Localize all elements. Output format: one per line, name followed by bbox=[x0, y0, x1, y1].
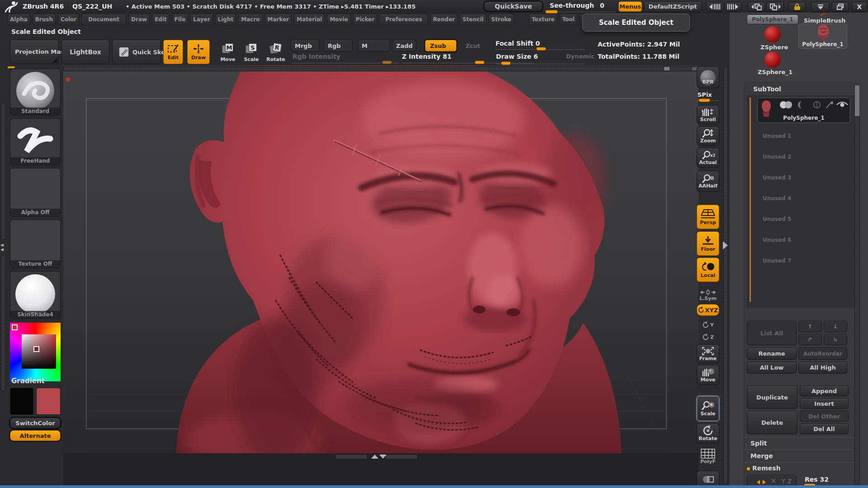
menu-macro[interactable]: Macro bbox=[238, 14, 262, 25]
hue-cursor[interactable] bbox=[12, 324, 18, 330]
quicksave-button[interactable]: QuickSave bbox=[484, 1, 542, 11]
sv-cursor[interactable] bbox=[33, 346, 39, 352]
delete-button[interactable]: Delete bbox=[747, 411, 797, 434]
minimize-button[interactable] bbox=[811, 2, 830, 12]
left-edge-strip-upper[interactable] bbox=[1, 104, 5, 239]
right-panel-scroll-thumb[interactable] bbox=[854, 85, 860, 117]
lsym-button[interactable]: L.Sym bbox=[697, 287, 719, 303]
rotate-z-button[interactable]: Z bbox=[697, 331, 719, 343]
shelf-scale-button[interactable]: Scale bbox=[697, 396, 719, 421]
simplebrush-slot[interactable]: SimpleBrush bbox=[804, 17, 846, 24]
merge-section[interactable]: Merge bbox=[750, 452, 773, 460]
z-intensity-handle[interactable] bbox=[475, 61, 485, 64]
persp-button[interactable]: Persp bbox=[697, 205, 719, 229]
floor-button[interactable]: Floor bbox=[697, 231, 719, 256]
focal-shift-handle[interactable] bbox=[536, 47, 546, 51]
split-section[interactable]: Split bbox=[750, 440, 767, 447]
material-thumbnail[interactable]: SkinShade4 bbox=[10, 271, 61, 319]
frame-button[interactable]: Frame bbox=[697, 344, 719, 363]
menu-picker[interactable]: Picker bbox=[353, 14, 377, 25]
subtool-down-button[interactable]: ↓ bbox=[824, 321, 847, 332]
edit-button[interactable]: Edit bbox=[163, 40, 183, 64]
main-color-swatch[interactable] bbox=[10, 388, 33, 415]
texture-thumbnail[interactable]: Texture Off bbox=[10, 220, 61, 268]
menu-material[interactable]: Material bbox=[294, 14, 325, 25]
switchcolor-button[interactable]: SwitchColor bbox=[10, 418, 61, 428]
menu-alpha[interactable]: Alpha bbox=[7, 14, 30, 25]
right-panel-scrollbar[interactable] bbox=[854, 85, 860, 484]
menu-document[interactable]: Document bbox=[81, 14, 126, 25]
menu-edit[interactable]: Edit bbox=[152, 14, 170, 25]
scroll-button[interactable]: Scroll bbox=[697, 105, 719, 124]
del-all-button[interactable]: Del All bbox=[800, 423, 849, 434]
close-button[interactable]: X bbox=[852, 2, 867, 12]
polyf-button[interactable]: PolyF bbox=[697, 447, 719, 465]
canvas-top-scrollbar[interactable] bbox=[63, 66, 698, 71]
del-other-button[interactable]: Del Other bbox=[800, 411, 849, 422]
menu-texture[interactable]: Texture bbox=[529, 14, 557, 25]
panels-right-button[interactable] bbox=[766, 2, 784, 12]
lightbox-button[interactable]: LightBox bbox=[61, 40, 109, 64]
alpha-thumbnail[interactable]: Alpha Off bbox=[10, 168, 61, 217]
menu-color[interactable]: Color bbox=[58, 14, 79, 25]
alternate-button[interactable]: Alternate bbox=[10, 430, 61, 441]
right-divider-arrow[interactable] bbox=[723, 241, 728, 249]
panels-left-button[interactable] bbox=[748, 2, 765, 12]
all-low-button[interactable]: All Low bbox=[747, 361, 797, 374]
scale-gyro-button[interactable]: S Scale bbox=[241, 43, 261, 65]
tool-slot-selected[interactable]: PolySphere_1 bbox=[798, 23, 847, 49]
menu-movie[interactable]: Movie bbox=[327, 14, 350, 25]
subtool-up-button[interactable]: ↑ bbox=[798, 321, 822, 332]
rgb-intensity-handle[interactable] bbox=[382, 61, 392, 64]
actual-button[interactable]: x1 Actual bbox=[697, 148, 719, 168]
menu-brush[interactable]: Brush bbox=[33, 14, 56, 25]
remesh-section[interactable]: Remesh bbox=[752, 465, 781, 472]
see-through-handle[interactable] bbox=[545, 10, 558, 14]
left-divider-arrows[interactable]: ◀◀ bbox=[0, 243, 4, 252]
lock-button[interactable] bbox=[788, 2, 806, 12]
menu-tool[interactable]: Tool bbox=[560, 14, 577, 25]
color-picker[interactable] bbox=[10, 323, 61, 381]
draw-button[interactable]: Draw bbox=[187, 40, 210, 64]
mrgb-button[interactable]: Mrgb bbox=[291, 40, 320, 52]
crescent-icon[interactable] bbox=[797, 101, 806, 109]
brush-thumbnail-standard[interactable]: Standard bbox=[10, 69, 61, 116]
menu-render[interactable]: Render bbox=[430, 14, 458, 25]
restore-button[interactable] bbox=[831, 2, 849, 12]
paintbrush-icon[interactable] bbox=[826, 101, 834, 109]
duplicate-button[interactable]: Duplicate bbox=[747, 385, 797, 409]
default-zscript-button[interactable]: DefaultZScript bbox=[644, 1, 702, 12]
list-all-button[interactable]: List All bbox=[747, 321, 797, 345]
zcut-button[interactable]: Zcut bbox=[463, 40, 482, 52]
xyz-button[interactable]: XYZ bbox=[697, 304, 719, 316]
zadd-button[interactable]: Zadd bbox=[392, 40, 416, 52]
left-edge-strip-lower[interactable] bbox=[1, 255, 5, 391]
rotate-y-button[interactable]: Y bbox=[697, 319, 719, 331]
m-button[interactable]: M bbox=[358, 40, 390, 52]
menu-file[interactable]: File bbox=[172, 14, 189, 25]
bpr-button[interactable]: BPR bbox=[697, 66, 719, 88]
autoreorder-button[interactable]: AutoReorder bbox=[798, 347, 847, 360]
rename-button[interactable]: Rename bbox=[747, 347, 797, 360]
shelf-move-button[interactable]: Move bbox=[697, 365, 719, 385]
menu-stencil[interactable]: Stencil bbox=[460, 14, 486, 25]
divider-left-button[interactable] bbox=[706, 2, 723, 12]
divider-right-button[interactable] bbox=[724, 2, 741, 12]
rotate-gyro-button[interactable]: R Rotate bbox=[265, 43, 287, 65]
aahalf-button[interactable]: AAHalf bbox=[697, 171, 719, 192]
shelf-rotate-button[interactable]: Rotate bbox=[697, 423, 719, 443]
menu-layer[interactable]: Layer bbox=[190, 14, 212, 25]
quick-sketch-button[interactable]: Quick Sketch bbox=[112, 40, 161, 64]
local-button[interactable]: Local bbox=[697, 258, 719, 282]
zsub-button[interactable]: Zsub bbox=[425, 40, 457, 52]
menu-light[interactable]: Light bbox=[215, 14, 236, 25]
canvas-top-scroll-handle[interactable] bbox=[664, 66, 670, 71]
menu-draw[interactable]: Draw bbox=[128, 14, 150, 25]
subtool-title[interactable]: SubTool bbox=[753, 85, 781, 93]
menu-stroke[interactable]: Stroke bbox=[489, 14, 514, 25]
projection-master-button[interactable]: Projection Master bbox=[10, 40, 59, 64]
menus-button[interactable]: Menus bbox=[618, 1, 642, 12]
visibility-eye-icon[interactable] bbox=[836, 101, 848, 108]
right-divider-strip[interactable] bbox=[723, 68, 728, 483]
move-gyro-button[interactable]: M Move bbox=[218, 43, 238, 65]
